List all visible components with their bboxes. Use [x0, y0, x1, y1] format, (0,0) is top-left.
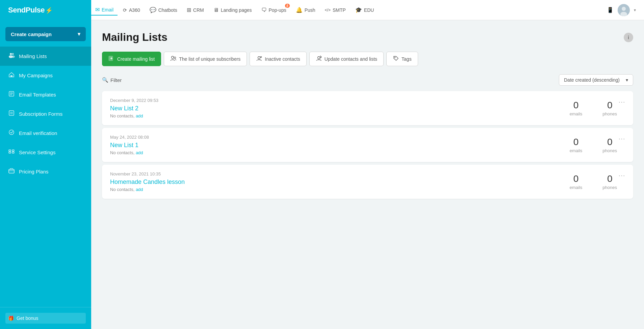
get-bonus-label: Get bonus: [17, 316, 38, 321]
create-campaign-arrow-icon: ▾: [78, 31, 80, 37]
tags-button[interactable]: Tags: [386, 52, 418, 66]
phones-stat: 0 phones: [602, 137, 617, 154]
create-campaign-button[interactable]: Create campaign ▾: [5, 27, 86, 41]
sort-dropdown[interactable]: Date created (descending) ▾: [559, 74, 633, 86]
sort-label: Date created (descending): [564, 77, 620, 83]
list-date: December 9, 2022 09:53: [110, 98, 570, 103]
sidebar-navigation: Mailing Lists My Campaigns Email Templat…: [0, 47, 91, 307]
logo[interactable]: SendPulse⚡: [0, 0, 91, 20]
emails-label: emails: [570, 185, 583, 190]
beta-badge: β: [285, 4, 290, 8]
sidebar-item-my-campaigns[interactable]: My Campaigns: [0, 66, 91, 85]
top-navigation: ✉ Email ⟳ A360 💬 Chatbots ⊞ CRM 🖥 Landin…: [91, 4, 607, 16]
info-icon[interactable]: i: [624, 33, 633, 42]
svg-point-1: [622, 7, 626, 11]
create-list-label: Create mailing list: [117, 56, 155, 62]
popups-icon: 🗨: [261, 7, 267, 13]
list-name[interactable]: New List 2: [110, 105, 570, 112]
logo-text: SendPulse⚡: [8, 6, 52, 15]
add-contacts-link[interactable]: add: [136, 150, 143, 155]
update-contacts-icon: [316, 55, 322, 62]
add-contacts-link[interactable]: add: [136, 187, 143, 192]
sidebar-item-email-verification[interactable]: Email verification: [0, 124, 91, 143]
emails-count: 0: [570, 173, 583, 184]
nav-landing[interactable]: 🖥 Landing pages: [209, 5, 256, 15]
nav-a360[interactable]: ⟳ A360: [119, 5, 144, 15]
inactive-contacts-button[interactable]: Inactive contacts: [250, 52, 306, 66]
push-icon: 🔔: [296, 7, 303, 13]
get-bonus-button[interactable]: 🎁 Get bonus: [5, 313, 86, 324]
svg-point-6: [11, 56, 15, 58]
a360-icon: ⟳: [123, 7, 127, 13]
filter-row: 🔍 Filter Date created (descending) ▾: [102, 74, 633, 86]
crm-icon: ⊞: [187, 7, 191, 13]
mailing-lists-icon: [8, 52, 15, 60]
smtp-icon: </>: [325, 8, 331, 12]
list-card-info: May 24, 2022 08:08 New List 1 No contact…: [110, 135, 570, 155]
svg-rect-12: [9, 111, 14, 115]
nav-chatbots-label: Chatbots: [158, 7, 177, 13]
sidebar: Create campaign ▾ Mailing Lists My Campa…: [0, 20, 91, 329]
svg-rect-19: [12, 150, 14, 151]
main-content: Mailing Lists i Create mailing list The …: [91, 20, 644, 329]
list-menu-button[interactable]: ⋯: [616, 97, 628, 107]
edu-icon: 🎓: [355, 7, 362, 13]
nav-chatbots[interactable]: 💬 Chatbots: [146, 5, 181, 15]
create-mailing-list-button[interactable]: Create mailing list: [102, 52, 161, 66]
add-contacts-link[interactable]: add: [136, 113, 143, 118]
nav-smtp-label: SMTP: [333, 7, 346, 13]
forms-icon: [8, 110, 15, 118]
filter-search[interactable]: 🔍 Filter: [102, 77, 122, 83]
sidebar-item-email-templates[interactable]: Email Templates: [0, 85, 91, 104]
topbar-right: 📱 ▾: [607, 4, 636, 16]
nav-email[interactable]: ✉ Email: [91, 4, 118, 16]
nav-smtp[interactable]: </> SMTP: [321, 5, 350, 15]
page-header: Mailing Lists i: [102, 31, 633, 44]
emails-count: 0: [570, 100, 583, 111]
unique-subscribers-button[interactable]: The list of unique subscribers: [164, 52, 247, 66]
nav-landing-label: Landing pages: [221, 7, 252, 13]
phones-label: phones: [602, 111, 617, 116]
emails-stat: 0 emails: [570, 137, 583, 154]
list-menu-button[interactable]: ⋯: [616, 133, 628, 144]
nav-email-label: Email: [102, 7, 113, 12]
campaigns-icon: [8, 71, 15, 80]
inactive-contacts-icon: [256, 55, 262, 62]
nav-popups-label: Pop-ups: [269, 7, 286, 13]
avatar-dropdown-icon[interactable]: ▾: [634, 8, 636, 12]
update-contacts-button[interactable]: Update contacts and lists: [309, 52, 384, 66]
no-contacts-text: No contacts,: [110, 113, 134, 118]
nav-push-label: Push: [305, 7, 315, 13]
tags-label: Tags: [402, 56, 412, 62]
list-card: May 24, 2022 08:08 New List 1 No contact…: [102, 128, 633, 162]
list-menu-button[interactable]: ⋯: [616, 170, 628, 181]
list-name[interactable]: New List 1: [110, 142, 570, 149]
search-icon: 🔍: [102, 77, 108, 83]
sidebar-item-pricing-plans[interactable]: Pricing Plans: [0, 162, 91, 181]
unique-subscribers-label: The list of unique subscribers: [179, 56, 240, 62]
sidebar-item-settings-label: Service Settings: [19, 149, 55, 155]
sidebar-item-mailing-lists[interactable]: Mailing Lists: [0, 47, 91, 66]
user-avatar[interactable]: [618, 4, 630, 16]
svg-rect-16: [9, 150, 11, 151]
list-name[interactable]: Homemade Candles lesson: [110, 179, 570, 186]
mobile-icon[interactable]: 📱: [607, 7, 614, 13]
list-date: November 23, 2021 10:35: [110, 171, 570, 176]
tags-icon: [393, 55, 399, 62]
nav-crm[interactable]: ⊞ CRM: [183, 5, 208, 15]
no-contacts-text: No contacts,: [110, 187, 134, 192]
update-contacts-label: Update contacts and lists: [325, 56, 377, 62]
sidebar-item-service-settings[interactable]: Service Settings: [0, 143, 91, 162]
phones-stat: 0 phones: [602, 100, 617, 117]
app-body: Create campaign ▾ Mailing Lists My Campa…: [0, 20, 644, 329]
create-list-icon: [108, 55, 114, 62]
nav-popups[interactable]: 🗨 Pop-ups β: [257, 5, 290, 15]
svg-point-15: [9, 130, 14, 135]
nav-push[interactable]: 🔔 Push: [292, 5, 319, 15]
verification-icon: [8, 129, 15, 137]
nav-edu[interactable]: 🎓 EDU: [351, 5, 378, 15]
phones-label: phones: [602, 148, 617, 153]
sidebar-item-subscription-forms[interactable]: Subscription Forms: [0, 104, 91, 124]
mailing-lists-container: December 9, 2022 09:53 New List 2 No con…: [102, 91, 633, 199]
phones-stat: 0 phones: [602, 173, 617, 190]
